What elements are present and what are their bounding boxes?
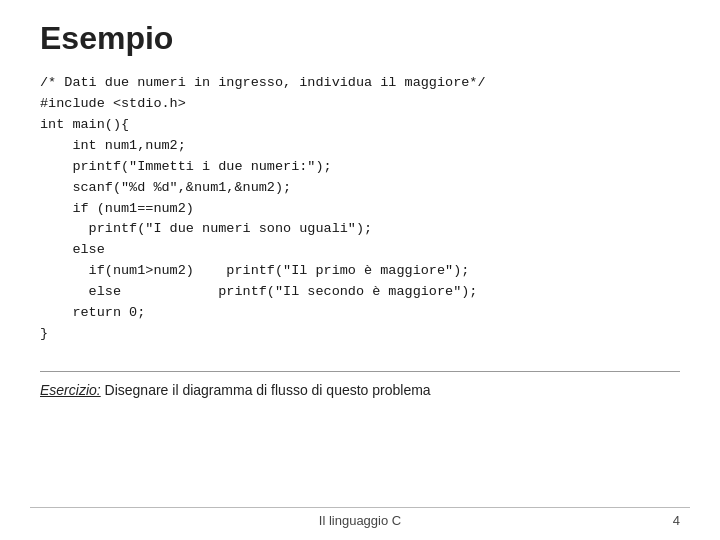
page-container: Esempio /* Dati due numeri in ingresso, … [0,0,720,540]
code-line5: printf("I due numeri sono uguali"); [40,221,372,236]
code-main-start: int main(){ [40,117,129,132]
exercise-text: Esercizio: Disegnare il diagramma di flu… [40,382,680,398]
exercise-body: Disegnare il diagramma di flusso di ques… [101,382,431,398]
code-line3: scanf("%d %d",&num1,&num2); [40,180,291,195]
content-divider [40,371,680,372]
code-main-end: } [40,326,48,341]
footer-center-text: Il linguaggio C [319,513,401,528]
code-line2: printf("Immetti i due numeri:"); [40,159,332,174]
footer: Il linguaggio C [0,513,720,528]
code-line6: else [40,242,105,257]
footer-page-number: 4 [673,513,680,528]
page-title: Esempio [40,20,680,57]
code-line4: if (num1==num2) [40,201,194,216]
code-block: /* Dati due numeri in ingresso, individu… [40,73,680,345]
code-line8: else printf("Il secondo è maggiore"); [40,284,477,299]
code-include: #include <stdio.h> [40,96,186,111]
footer-divider [30,507,690,508]
code-line9: return 0; [40,305,145,320]
code-line1: int num1,num2; [40,138,186,153]
exercise-label: Esercizio: [40,382,101,398]
code-line7: if(num1>num2) printf("Il primo è maggior… [40,263,469,278]
code-comment: /* Dati due numeri in ingresso, individu… [40,75,486,90]
